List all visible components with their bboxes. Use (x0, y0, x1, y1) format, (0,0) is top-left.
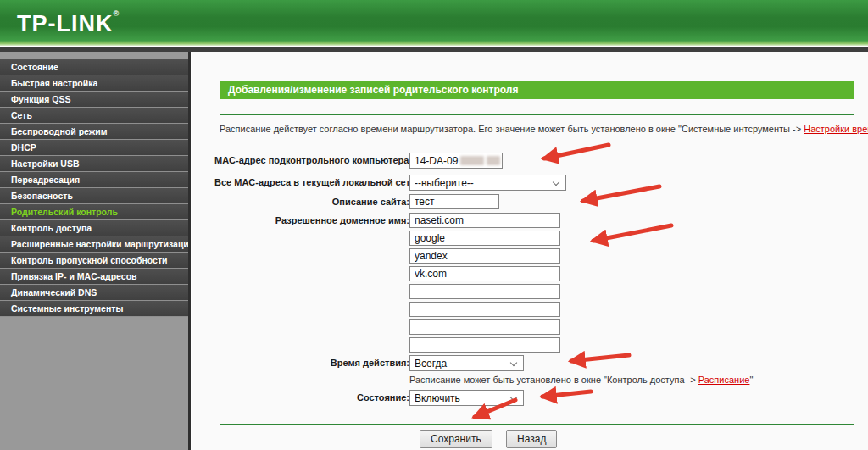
all-mac-select[interactable]: --выберите-- (409, 175, 566, 191)
header-divider (0, 46, 868, 52)
effective-time-select[interactable]: Всегда (409, 355, 524, 371)
mac-address-label: MAC-адрес подконтрольного компьютера: (214, 155, 409, 165)
status-select[interactable]: Включить (409, 390, 524, 406)
sidebar-item-ip-mac-binding[interactable]: Привязка IP- и MAC-адресов (0, 269, 188, 285)
main-content: Добавления/изменение записей родительско… (191, 52, 868, 450)
domain-input-1[interactable] (409, 213, 560, 228)
sidebar-item-network[interactable]: Сеть (0, 108, 188, 124)
domain-input-2[interactable] (409, 231, 560, 246)
time-settings-link[interactable]: Настройки времени (804, 124, 868, 134)
save-button[interactable]: Сохранить (420, 430, 492, 448)
domain-input-3[interactable] (409, 248, 560, 264)
domain-input-7[interactable] (409, 319, 560, 335)
sidebar-item-forwarding[interactable]: Переадресация (0, 172, 188, 188)
redacted-mac-part (460, 156, 484, 165)
sidebar-item-advanced-routing[interactable]: Расширенные настройки маршрутизации (0, 236, 188, 253)
sidebar-item-status[interactable]: Состояние (0, 59, 188, 75)
button-row: Сохранить Назад (420, 430, 567, 448)
chevron-down-icon (553, 179, 559, 186)
sidebar-menu: Состояние Быстрая настройка Функция QSS … (0, 59, 188, 317)
domain-input-4[interactable] (409, 266, 560, 281)
sidebar-item-bandwidth-control[interactable]: Контроль пропускной способности (0, 253, 188, 269)
domain-input-5[interactable] (409, 284, 560, 299)
divider-line-bottom (220, 424, 854, 425)
schedule-link[interactable]: Расписание (698, 375, 750, 385)
sidebar-item-qss[interactable]: Функция QSS (0, 92, 188, 108)
allowed-domain-label: Разрешенное доменное имя: (214, 215, 409, 225)
chevron-down-icon (510, 359, 517, 366)
sidebar-item-quick-setup[interactable]: Быстрая настройка (0, 75, 188, 92)
status-label: Состояние: (214, 392, 409, 403)
divider-line-top (220, 114, 854, 115)
site-description-input[interactable] (409, 194, 499, 209)
sidebar-item-parental-control[interactable]: Родительский контроль (0, 204, 188, 220)
redacted-mac-part (487, 156, 500, 165)
domain-input-6[interactable] (409, 302, 560, 317)
sidebar-item-system-tools[interactable]: Системные инструменты (0, 301, 188, 317)
registered-mark: ® (113, 9, 120, 18)
sidebar-item-wireless[interactable]: Беспроводной режим (0, 124, 188, 140)
page-title: Добавления/изменение записей родительско… (220, 81, 854, 99)
sidebar-item-dhcp[interactable]: DHCP (0, 140, 188, 156)
sidebar-item-security[interactable]: Безопасность (0, 188, 188, 204)
effective-time-label: Время действия: (214, 358, 409, 368)
site-description-label: Описание сайта: (214, 197, 409, 207)
domain-input-8[interactable] (409, 337, 560, 353)
all-mac-label: Все MAC-адреса в текущей локальной сети: (214, 177, 409, 187)
sidebar-item-usb[interactable]: Настройки USB (0, 156, 188, 172)
back-button[interactable]: Назад (506, 430, 557, 448)
sidebar-item-access-control[interactable]: Контроль доступа (0, 220, 188, 236)
sidebar: Состояние Быстрая настройка Функция QSS … (0, 52, 188, 450)
top-banner: TP-LINK® (0, 0, 868, 46)
chevron-down-icon (510, 394, 517, 401)
sidebar-item-dynamic-dns[interactable]: Динамический DNS (0, 285, 188, 301)
mac-address-input[interactable]: 14-DA-09 (409, 153, 503, 169)
tp-link-logo: TP-LINK® (17, 9, 120, 37)
schedule-note-text: Расписание может быть установлено в окне… (409, 375, 753, 385)
schedule-intro-text: Расписание действует согласно времени ма… (220, 124, 868, 134)
